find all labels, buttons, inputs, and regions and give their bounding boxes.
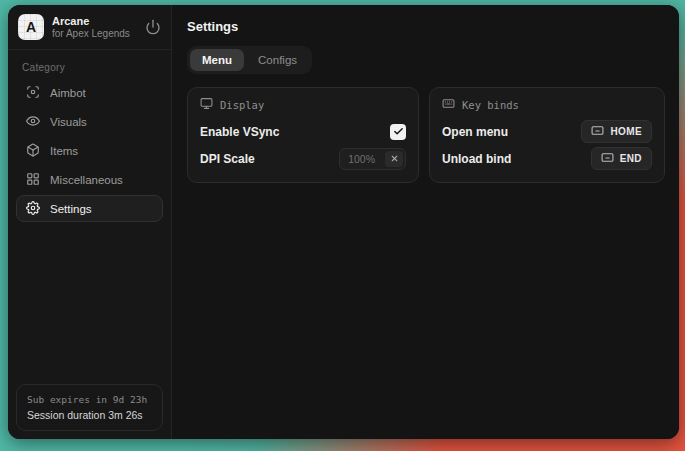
page-title: Settings: [187, 19, 665, 34]
keybinds-card-header: Key binds: [442, 97, 652, 112]
brand-block: Arcane for Apex Legends: [52, 15, 137, 40]
dpi-clear-button[interactable]: [385, 151, 403, 167]
tab-configs[interactable]: Configs: [246, 49, 309, 71]
close-icon: [390, 151, 399, 166]
cube-icon: [26, 143, 40, 159]
vsync-checkbox[interactable]: [390, 124, 406, 140]
sidebar-item-miscellaneous[interactable]: Miscellaneous: [16, 166, 163, 193]
sidebar-item-label: Visuals: [50, 116, 87, 128]
keyboard-icon: [591, 124, 604, 139]
unload-bind-key: END: [620, 153, 642, 164]
app-logo: A: [18, 14, 44, 40]
dpi-scale-value: 100%: [340, 151, 383, 167]
keybinds-card-title: Key binds: [462, 99, 519, 111]
sidebar-item-settings[interactable]: Settings: [16, 195, 163, 222]
open-menu-key: HOME: [610, 126, 642, 137]
sidebar-header: A Arcane for Apex Legends: [8, 5, 171, 50]
settings-tab-group: Menu Configs: [187, 46, 312, 74]
tab-menu[interactable]: Menu: [190, 49, 244, 71]
open-menu-bind-button[interactable]: HOME: [581, 120, 652, 143]
monitor-icon: [200, 97, 213, 112]
sidebar-nav: Aimbot Visuals Items: [8, 79, 171, 222]
sidebar-item-visuals[interactable]: Visuals: [16, 108, 163, 135]
sidebar-item-items[interactable]: Items: [16, 137, 163, 164]
eye-icon: [26, 114, 40, 130]
unload-bind-row: Unload bind END: [442, 145, 652, 172]
keybinds-card: Key binds Open menu HOME Unload bin: [429, 87, 665, 183]
keyboard-icon: [442, 97, 455, 112]
settings-cards: Display Enable VSync DPI Scale: [187, 87, 665, 183]
display-card-title: Display: [220, 99, 264, 111]
keyboard-icon: [601, 151, 614, 166]
sidebar-item-aimbot[interactable]: Aimbot: [16, 79, 163, 106]
grid-icon: [26, 172, 40, 188]
gear-icon: [26, 201, 40, 217]
sub-expires-text: Sub expires in 9d 23h: [27, 394, 152, 405]
check-icon: [393, 123, 404, 141]
dpi-label: DPI Scale: [200, 152, 255, 166]
sidebar-item-label: Aimbot: [50, 87, 86, 99]
dpi-scale-input[interactable]: 100%: [339, 148, 406, 170]
main-content: Settings Menu Configs Display: [172, 5, 679, 439]
dpi-row: DPI Scale 100%: [200, 145, 406, 172]
sidebar-item-label: Items: [50, 145, 78, 157]
open-menu-row: Open menu HOME: [442, 118, 652, 145]
brand-subtitle: for Apex Legends: [52, 28, 137, 40]
power-icon[interactable]: [145, 19, 161, 35]
sidebar-item-label: Miscellaneous: [50, 174, 123, 186]
brand-name: Arcane: [52, 15, 137, 28]
vsync-row: Enable VSync: [200, 118, 406, 145]
display-card: Display Enable VSync DPI Scale: [187, 87, 419, 183]
display-card-header: Display: [200, 97, 406, 112]
session-duration-text: Session duration 3m 26s: [27, 409, 152, 421]
unload-bind-button[interactable]: END: [591, 147, 652, 170]
sidebar-item-label: Settings: [50, 203, 92, 215]
category-label: Category: [8, 50, 171, 79]
vsync-label: Enable VSync: [200, 125, 279, 139]
open-menu-label: Open menu: [442, 125, 508, 139]
unload-bind-label: Unload bind: [442, 152, 511, 166]
subscription-status-box: Sub expires in 9d 23h Session duration 3…: [16, 384, 163, 431]
app-window: A Arcane for Apex Legends Category: [8, 5, 679, 439]
crosshair-icon: [26, 85, 40, 101]
sidebar: A Arcane for Apex Legends Category: [8, 5, 172, 439]
